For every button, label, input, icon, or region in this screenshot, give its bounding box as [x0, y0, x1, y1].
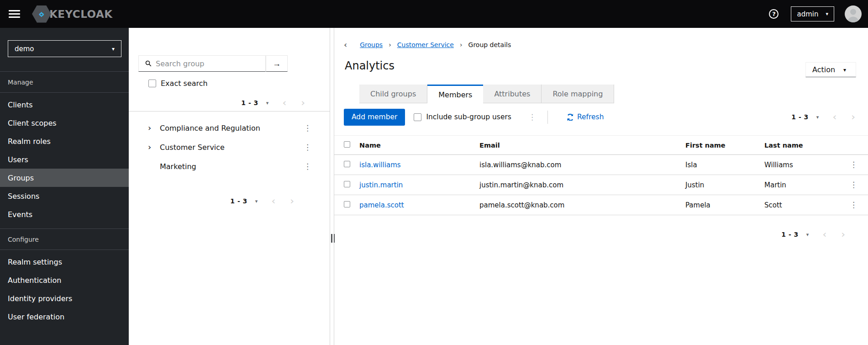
row-kebab-menu-icon[interactable]: ⋮: [850, 200, 857, 209]
nav-toggle-icon[interactable]: [9, 8, 20, 20]
help-icon[interactable]: ?: [769, 9, 779, 19]
sidebar: demo ▾ Manage Clients Client scopes Real…: [0, 28, 129, 345]
breadcrumb-link-groups[interactable]: Groups: [360, 41, 383, 48]
tree-item-customer-service[interactable]: › Customer Service ⋮: [129, 138, 330, 157]
pagination-range: 1 - 3: [791, 113, 809, 121]
chevron-right-icon[interactable]: ›: [148, 124, 155, 132]
search-submit-button[interactable]: →: [266, 55, 288, 72]
refresh-button[interactable]: Refresh: [567, 113, 604, 121]
tree-item-label: Customer Service: [160, 143, 225, 152]
tab-role-mapping[interactable]: Role mapping: [542, 85, 614, 103]
select-all-checkbox[interactable]: [344, 141, 350, 148]
tab-child-groups[interactable]: Child groups: [359, 85, 427, 103]
kebab-menu-icon[interactable]: ⋮: [304, 163, 311, 170]
chevron-right-icon[interactable]: ›: [148, 143, 155, 151]
next-page-icon[interactable]: ›: [283, 196, 301, 206]
masthead: ‹› KEYCLOAK ? admin ▾: [0, 0, 868, 28]
pagination-options-caret-icon[interactable]: ▾: [266, 100, 269, 106]
chevron-down-icon: ▾: [843, 67, 846, 73]
sidebar-item-realm-roles[interactable]: Realm roles: [0, 132, 129, 150]
tree-item-marketing[interactable]: Marketing ⋮: [129, 157, 330, 176]
person-icon: [845, 5, 862, 22]
pagination-options-caret-icon[interactable]: ▾: [816, 114, 819, 120]
tab-members[interactable]: Members: [427, 85, 483, 103]
exact-search-label: Exact search: [161, 79, 208, 88]
tree-item-compliance-and-regulation[interactable]: › Compliance and Regulation ⋮: [129, 118, 330, 138]
sidebar-item-authentication[interactable]: Authentication: [0, 271, 129, 289]
sidebar-item-identity-providers[interactable]: Identity providers: [0, 289, 129, 308]
sidebar-item-events[interactable]: Events: [0, 205, 129, 223]
nav-section-configure: Configure: [0, 229, 129, 250]
row-kebab-menu-icon[interactable]: ⋮: [850, 180, 857, 189]
panel-resize-handle[interactable]: [331, 234, 336, 243]
next-page-icon[interactable]: ›: [294, 98, 312, 108]
kebab-menu-icon[interactable]: ⋮: [304, 124, 311, 132]
group-search-input[interactable]: [156, 59, 265, 68]
brand-text: KEYCLOAK: [49, 8, 113, 20]
column-header-email: Email: [479, 142, 685, 149]
members-pagination-top: 1 - 3 ▾ ‹ ›: [791, 109, 863, 125]
user-menu-label: admin: [797, 10, 818, 18]
next-page-icon[interactable]: ›: [844, 112, 863, 122]
realm-selector[interactable]: demo ▾: [8, 40, 121, 57]
row-kebab-menu-icon[interactable]: ⋮: [850, 160, 857, 169]
prev-page-icon[interactable]: ‹: [815, 229, 834, 239]
member-link[interactable]: pamela.scott: [359, 201, 404, 209]
table-row: pamela.scott pamela.scott@knab.com Pamel…: [334, 195, 868, 215]
kebab-menu-icon[interactable]: ⋮: [304, 143, 311, 151]
breadcrumb-back-icon[interactable]: ‹: [344, 41, 347, 49]
tree-pagination-bottom: 1 - 3 ▾ ‹ ›: [129, 193, 330, 209]
sidebar-item-client-scopes[interactable]: Client scopes: [0, 114, 129, 132]
column-header-first-name: First name: [685, 142, 764, 149]
pagination-options-caret-icon[interactable]: ▾: [806, 232, 809, 238]
sidebar-item-realm-settings[interactable]: Realm settings: [0, 253, 129, 271]
member-last-name: Scott: [764, 201, 848, 209]
prev-page-icon[interactable]: ‹: [264, 196, 283, 206]
add-member-button[interactable]: Add member: [344, 109, 405, 126]
row-checkbox[interactable]: [344, 181, 350, 187]
toolbar-kebab-menu-icon[interactable]: ⋮: [528, 113, 536, 121]
members-pagination-bottom: 1 - 3 ▾ ‹ ›: [334, 226, 868, 243]
sidebar-item-groups[interactable]: Groups: [0, 169, 129, 187]
member-first-name: Pamela: [685, 201, 764, 209]
members-table: Name Email First name Last name isla.wil…: [334, 135, 868, 215]
row-checkbox[interactable]: [344, 201, 350, 207]
tabs: Child groups Members Attributes Role map…: [359, 85, 868, 103]
keycloak-logo: ‹› KEYCLOAK: [32, 5, 113, 23]
exact-search-checkbox[interactable]: [148, 80, 156, 87]
members-toolbar: Add member Include sub-group users ⋮ Ref…: [334, 108, 868, 126]
group-tree: › Compliance and Regulation ⋮ › Customer…: [129, 111, 330, 176]
user-menu-dropdown[interactable]: admin ▾: [791, 6, 834, 21]
tree-pagination-top: 1 - 3 ▾ ‹ ›: [129, 95, 330, 111]
avatar[interactable]: [845, 5, 862, 22]
refresh-label: Refresh: [577, 113, 604, 121]
row-checkbox[interactable]: [344, 161, 350, 167]
groups-tree-panel: → Exact search 1 - 3 ▾ ‹ › › Compliance …: [129, 28, 330, 345]
sidebar-item-user-federation[interactable]: User federation: [0, 308, 129, 326]
sidebar-item-clients[interactable]: Clients: [0, 96, 129, 114]
next-page-icon[interactable]: ›: [834, 229, 852, 239]
tree-item-label: Compliance and Regulation: [160, 124, 260, 133]
include-subgroup-users-checkbox[interactable]: [414, 113, 421, 121]
member-email: justin.martin@knab.com: [479, 181, 685, 189]
sidebar-item-sessions[interactable]: Sessions: [0, 187, 129, 205]
include-subgroup-users-label: Include sub-group users: [426, 113, 511, 121]
table-header-row: Name Email First name Last name: [334, 136, 868, 155]
member-link[interactable]: isla.williams: [359, 161, 401, 169]
chevron-down-icon: ▾: [112, 46, 115, 52]
prev-page-icon[interactable]: ‹: [275, 98, 294, 108]
column-header-name: Name: [359, 142, 479, 149]
pagination-options-caret-icon[interactable]: ▾: [255, 198, 258, 204]
prev-page-icon[interactable]: ‹: [825, 112, 844, 122]
breadcrumb-separator-icon: ›: [389, 42, 391, 48]
sidebar-item-users[interactable]: Users: [0, 150, 129, 169]
member-email: pamela.scott@knab.com: [479, 201, 685, 209]
tab-attributes[interactable]: Attributes: [483, 85, 542, 103]
realm-selector-value: demo: [15, 45, 34, 53]
breadcrumb-current: Group details: [468, 41, 511, 48]
member-first-name: Justin: [685, 181, 764, 189]
breadcrumb-separator-icon: ›: [460, 42, 463, 48]
member-link[interactable]: justin.martin: [359, 181, 403, 189]
breadcrumb-link-customer-service[interactable]: Customer Service: [397, 41, 454, 48]
action-dropdown[interactable]: Action ▾: [805, 62, 856, 77]
